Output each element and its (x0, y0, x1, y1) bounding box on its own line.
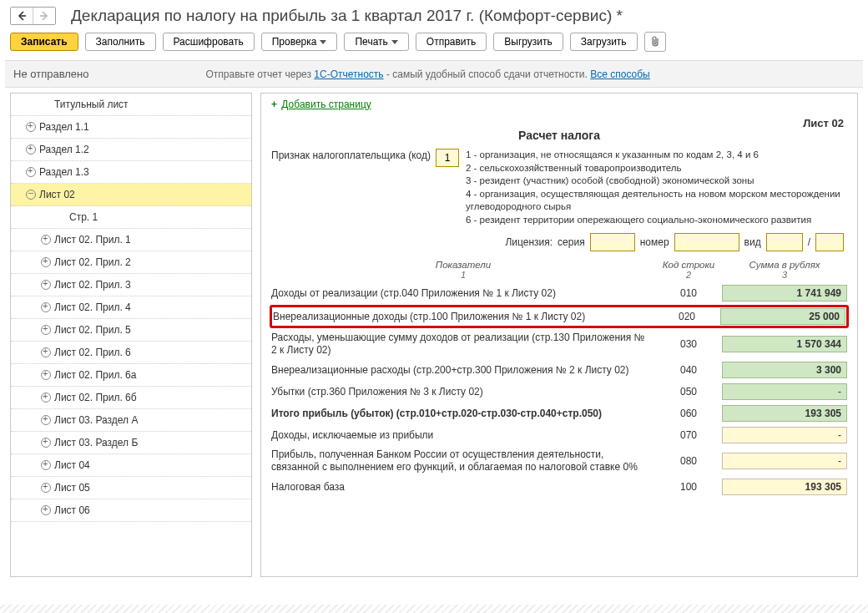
send-button[interactable]: Отправить (416, 33, 487, 51)
expand-icon[interactable] (41, 325, 51, 335)
table-subheader: 1 2 3 (271, 270, 847, 280)
expand-icon[interactable] (41, 257, 51, 267)
tree-item[interactable]: Раздел 1.3 (11, 161, 251, 184)
row-code: 040 (655, 364, 722, 376)
expand-icon[interactable] (41, 280, 51, 290)
tree-item[interactable]: Лист 02 (11, 184, 251, 206)
tree-item[interactable]: Титульный лист (11, 94, 251, 116)
expand-icon[interactable] (26, 167, 36, 177)
import-button[interactable]: Загрузить (570, 33, 638, 51)
expand-icon[interactable] (26, 122, 36, 132)
forward-button[interactable] (33, 8, 55, 24)
license-sub-input[interactable] (815, 233, 844, 251)
expand-icon[interactable] (41, 347, 51, 357)
row-label: Итого прибыль (убыток) (cтр.010+стр.020-… (271, 408, 655, 420)
row-label: Налоговая база (271, 481, 655, 494)
row-code: 020 (654, 311, 720, 322)
expand-icon[interactable] (26, 144, 36, 155)
row-value[interactable]: 193 305 (722, 405, 847, 422)
tree-item-label: Лист 02. Прил. 6а (54, 369, 136, 381)
data-row: Убытки (стр.360 Приложения № 3 к Листу 0… (271, 383, 847, 400)
license-number-input[interactable] (674, 233, 739, 251)
decode-button[interactable]: Расшифровать (163, 33, 255, 51)
back-button[interactable] (11, 8, 33, 24)
expand-icon[interactable] (41, 505, 51, 515)
tree-item[interactable]: Лист 02. Прил. 1 (11, 229, 251, 251)
nav-buttons (10, 7, 56, 25)
expand-icon[interactable] (41, 370, 51, 380)
tree-item[interactable]: Лист 06 (11, 499, 251, 522)
tree-item[interactable]: Лист 03. Раздел Б (11, 432, 251, 454)
row-value[interactable]: - (722, 383, 847, 400)
link-1c-report[interactable]: 1С-Отчетность (314, 68, 383, 80)
license-label: Лицензия: (505, 236, 553, 248)
row-value[interactable]: - (722, 427, 847, 443)
tree-item-label: Лист 02. Прил. 4 (54, 301, 131, 313)
row-label: Расходы, уменьшающие сумму доходов от ре… (271, 332, 655, 357)
app-window: Декларация по налогу на прибыль за 1 ква… (0, 0, 868, 613)
fill-button[interactable]: Заполнить (85, 33, 156, 51)
check-button[interactable]: Проверка (261, 33, 338, 51)
tree-item[interactable]: Лист 02. Прил. 6 (11, 342, 251, 364)
row-value[interactable]: 25 000 (720, 308, 845, 325)
row-value[interactable]: 1 570 344 (722, 336, 847, 352)
tree-item-label: Титульный лист (54, 99, 129, 110)
add-page-row: + Добавить страницу (271, 99, 847, 110)
row-value[interactable]: 3 300 (722, 362, 847, 378)
tree-item[interactable]: Лист 02. Прил. 5 (11, 319, 251, 342)
tree-item-label: Лист 02. Прил. 5 (54, 324, 131, 336)
arrow-right-icon (39, 11, 49, 21)
taxpayer-row: Признак налогоплательщика (код) 1 - орга… (271, 149, 847, 226)
tree-item[interactable]: Лист 02. Прил. 2 (11, 251, 251, 274)
tree-item[interactable]: Раздел 1.2 (11, 139, 251, 161)
check-label: Проверка (272, 36, 317, 48)
license-kind-label: вид (744, 236, 761, 248)
tree-item-label: Лист 02 (39, 189, 75, 200)
attachment-button[interactable] (644, 32, 666, 52)
taxpayer-code-input[interactable] (436, 149, 459, 167)
expand-icon[interactable] (41, 460, 51, 470)
row-code: 070 (655, 429, 722, 441)
data-row: Итого прибыль (убыток) (cтр.010+стр.020-… (271, 405, 847, 422)
arrow-left-icon (17, 11, 27, 21)
link-all-methods[interactable]: Все способы (590, 68, 650, 80)
expand-icon[interactable] (41, 438, 51, 448)
tree-item-label: Лист 03. Раздел А (54, 414, 138, 426)
row-code: 010 (655, 287, 722, 299)
tree-item-label: Лист 05 (54, 482, 90, 494)
expand-icon[interactable] (41, 235, 51, 245)
row-value[interactable]: 193 305 (722, 479, 847, 495)
license-series-input[interactable] (590, 233, 635, 251)
export-button[interactable]: Выгрузить (493, 33, 563, 51)
save-button[interactable]: Записать (10, 33, 78, 51)
tree-item[interactable]: Лист 05 (11, 477, 251, 499)
status-hint: Отправьте отчет через 1С-Отчетность - са… (205, 68, 649, 80)
tree-item[interactable]: Раздел 1.1 (11, 116, 251, 139)
row-label: Внереализационные расходы (стр.200+стр.3… (271, 364, 655, 377)
expand-icon[interactable] (41, 415, 51, 425)
tree-item[interactable]: Лист 03. Раздел А (11, 409, 251, 432)
expand-icon[interactable] (41, 393, 51, 403)
paperclip-icon (650, 36, 660, 48)
tree-item[interactable]: Стр. 1 (11, 206, 251, 229)
data-row: Налоговая база100193 305 (271, 479, 847, 495)
expand-icon[interactable] (41, 302, 51, 312)
row-label: Доходы, исключаемые из прибыли (271, 429, 655, 442)
tree-item[interactable]: Лист 02. Прил. 3 (11, 274, 251, 296)
row-value[interactable]: - (722, 453, 847, 469)
license-row: Лицензия: серия номер вид / (271, 233, 847, 251)
tree-item[interactable]: Лист 04 (11, 454, 251, 477)
row-value[interactable]: 1 741 949 (722, 285, 847, 301)
license-kind-input[interactable] (766, 233, 803, 251)
print-button[interactable]: Печать (344, 33, 408, 51)
expand-icon[interactable] (41, 483, 51, 493)
collapse-icon[interactable] (26, 190, 36, 200)
sheet-title: Расчет налога (271, 129, 847, 142)
tree-item[interactable]: Лист 02. Прил. 6а (11, 364, 251, 387)
page-title: Декларация по налогу на прибыль за 1 ква… (71, 7, 623, 25)
tree-item[interactable]: Лист 02. Прил. 6б (11, 387, 251, 409)
taxpayer-codes-list: 1 - организация, не относящаяся к указан… (466, 149, 847, 226)
tree-item[interactable]: Лист 02. Прил. 4 (11, 296, 251, 319)
code-desc: 3 - резидент (участник) особой (свободно… (466, 175, 847, 188)
add-page-link[interactable]: + Добавить страницу (271, 99, 371, 110)
